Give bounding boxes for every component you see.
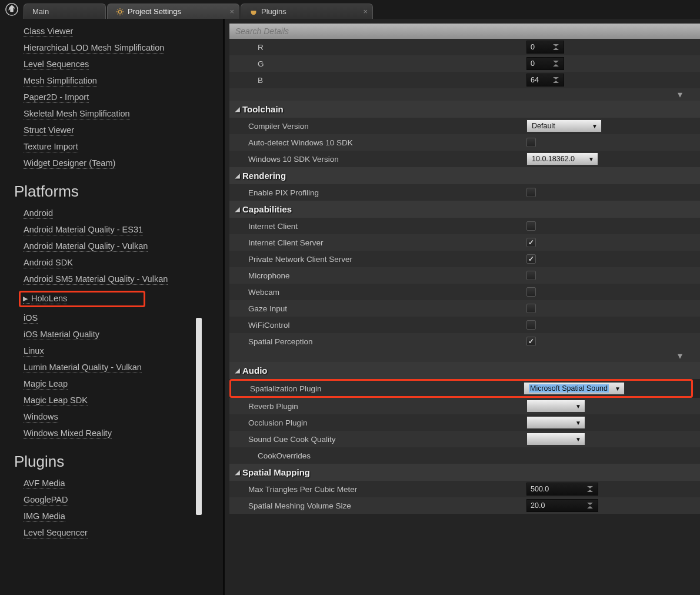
capability-label: Gaze Input [229,304,526,313]
close-icon[interactable]: × [363,7,368,16]
sidebar-item[interactable]: Magic Leap [14,376,223,393]
sidebar-item[interactable]: Lumin Material Quality - Vulkan [14,360,223,376]
sidebar-item[interactable]: Widget Designer (Team) [14,155,223,172]
section-toolchain[interactable]: ◢Toolchain [229,101,700,118]
tab-strip: Main Project Settings × Plugins × [24,2,374,19]
volume-size-input[interactable]: 20.0 [526,499,598,512]
sidebar-item[interactable]: GooglePAD [14,492,223,508]
section-audio[interactable]: ◢Audio [229,362,700,379]
max-triangles-input[interactable]: 500.0 [526,483,598,496]
sidebar-item[interactable]: Windows Mixed Reality [14,426,223,442]
tab-label: Plugins [261,7,286,16]
sidebar-item-label: GooglePAD [24,495,68,506]
spatialization-plugin-dropdown[interactable]: Microsoft Spatial Sound▼ [524,382,625,395]
chevron-right-icon: ▶ [23,295,30,304]
sidebar-item[interactable]: Android Material Quality - ES31 [14,222,223,238]
sidebar-item-label: Android Material Quality - ES31 [24,225,143,235]
svg-point-1 [118,10,121,13]
sidebar-item[interactable]: Hierarchical LOD Mesh Simplification [14,40,223,56]
sidebar-item[interactable]: IMG Media [14,508,223,525]
capability-label: Internet Client [229,222,526,231]
chevron-down-icon: ▼ [575,403,581,410]
sidebar-item-label: Lumin Material Quality - Vulkan [24,363,142,373]
capability-label: Spatial Perception [229,337,526,346]
sidebar-item-label: Linux [24,346,44,357]
sidebar-item[interactable]: Linux [14,343,223,360]
capability-checkbox[interactable] [526,254,536,264]
sidebar-item[interactable]: Texture Import [14,139,223,155]
tab-project-settings[interactable]: Project Settings × [107,4,239,19]
sidebar-item[interactable]: iOS [14,310,223,327]
sidebar-item[interactable]: Android [14,205,223,222]
g-input[interactable]: 0 [526,57,564,70]
volume-size-label: Spatial Meshing Volume Size [229,501,526,510]
section-rendering[interactable]: ◢Rendering [229,167,700,184]
reverb-plugin-dropdown[interactable]: ▼ [526,400,585,413]
capability-label: Private Network Client Server [229,255,526,264]
capability-checkbox[interactable] [526,320,536,330]
capability-label: Internet Client Server [229,238,526,247]
capability-checkbox[interactable] [526,287,536,297]
capability-checkbox[interactable] [526,337,536,346]
tab-main[interactable]: Main [24,4,106,19]
spinner-icon[interactable] [552,76,560,84]
tab-label: Project Settings [128,7,181,16]
sidebar-item[interactable]: Android SDK [14,255,223,271]
sidebar-item[interactable]: Level Sequences [14,56,223,73]
sidebar-item-label: HoloLens [31,294,67,304]
chevron-down-icon[interactable]: ▾ [678,89,682,100]
capability-checkbox[interactable] [526,304,536,313]
unreal-logo-icon [0,0,24,19]
plug-icon [249,8,258,16]
autodetect-sdk-checkbox[interactable] [526,138,536,147]
sidebar-item[interactable]: Android SM5 Material Quality - Vulkan [14,271,223,288]
spinner-icon[interactable] [552,59,560,68]
sidebar-item[interactable]: Class Viewer [14,24,223,40]
sidebar-item-hololens[interactable]: ▶ HoloLens [14,288,223,310]
soundcue-quality-dropdown[interactable]: ▼ [526,433,585,446]
cookoverrides-label: CookOverrides [229,451,526,460]
sidebar-item-label: Struct Viewer [24,125,74,136]
chevron-down-icon: ▼ [575,420,581,426]
expand-icon: ◢ [235,367,240,374]
b-input[interactable]: 64 [526,74,564,87]
sidebar-item-label: Paper2D - Import [24,92,89,103]
close-icon[interactable]: × [229,7,234,16]
sidebar-item[interactable]: Skeletal Mesh Simplification [14,106,223,122]
section-spatial-mapping[interactable]: ◢Spatial Mapping [229,464,700,481]
occlusion-plugin-dropdown[interactable]: ▼ [526,416,585,429]
tab-plugins[interactable]: Plugins × [241,4,373,19]
sidebar-item[interactable]: Magic Leap SDK [14,393,223,409]
sidebar-scroll-indicator[interactable] [196,318,202,515]
sidebar-item[interactable]: Android Material Quality - Vulkan [14,238,223,255]
search-input[interactable] [235,26,694,36]
sidebar-item[interactable]: Mesh Simplification [14,73,223,89]
spinner-icon[interactable] [586,501,594,510]
sdk-version-label: Windows 10 SDK Version [229,155,526,164]
capability-checkbox[interactable] [526,238,536,247]
spinner-icon[interactable] [552,43,560,51]
sdk-version-dropdown[interactable]: 10.0.18362.0▼ [526,152,598,165]
chevron-down-icon[interactable]: ▾ [678,350,682,361]
search-details-bar[interactable] [229,24,700,39]
section-capabilities[interactable]: ◢Capabilities [229,201,700,218]
spinner-icon[interactable] [586,485,594,493]
capability-checkbox[interactable] [526,221,536,231]
r-input[interactable]: 0 [526,41,564,54]
sidebar-item[interactable]: Level Sequencer [14,525,223,541]
sidebar-item[interactable]: Struct Viewer [14,122,223,139]
expand-icon: ◢ [235,172,240,179]
expand-icon: ◢ [235,206,240,212]
sidebar-item-label: Level Sequencer [24,528,88,539]
capability-checkbox[interactable] [526,271,536,280]
sidebar-item[interactable]: iOS Material Quality [14,327,223,343]
pix-profiling-checkbox[interactable] [526,188,536,197]
g-label: G [229,59,526,68]
sidebar-item[interactable]: AVF Media [14,476,223,492]
occlusion-plugin-label: Occlusion Plugin [229,418,526,427]
sidebar-item[interactable]: Windows [14,409,223,426]
sidebar-item-label: AVF Media [24,478,65,489]
compiler-version-dropdown[interactable]: Default▼ [526,119,602,132]
capability-label: Microphone [229,271,526,280]
sidebar-item[interactable]: Paper2D - Import [14,89,223,106]
